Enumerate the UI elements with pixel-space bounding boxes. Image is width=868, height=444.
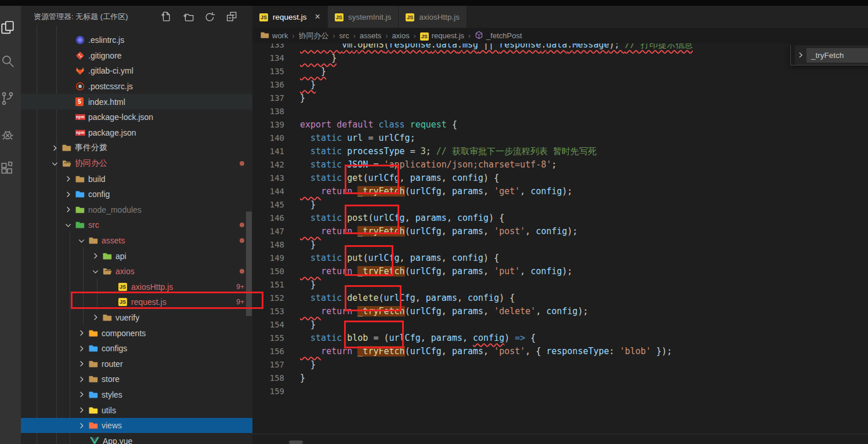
line-number: 156 <box>252 345 284 358</box>
folder-icon <box>75 220 88 230</box>
line-number: 159 <box>252 385 284 398</box>
chevron-right-icon[interactable] <box>77 374 89 384</box>
tab-systemInit.js[interactable]: JSsystemInit.js <box>328 6 399 28</box>
tree-item-styles[interactable]: styles <box>21 387 252 403</box>
code-line-content: static put(urlCfg, params, config) { <box>300 253 499 263</box>
tree-item-build[interactable]: build <box>21 171 252 187</box>
folder-icon <box>261 31 269 41</box>
code-line-content: static processType = 3; // 获取审批下一步流程列表 暂… <box>300 146 596 157</box>
js-icon: JS <box>118 282 131 292</box>
tree-item-.postcssrc.js[interactable]: .postcssrc.js <box>21 79 252 94</box>
tree-item-router[interactable]: router <box>21 356 252 372</box>
line-number: 157 <box>252 358 284 372</box>
search-icon[interactable] <box>0 53 15 68</box>
chevron-right-icon[interactable] <box>64 205 75 214</box>
folder-icon <box>89 359 102 369</box>
tree-item-App.vue[interactable]: App.vue <box>21 433 252 444</box>
chevron-right-icon[interactable] <box>77 344 89 353</box>
chevron-down-icon[interactable] <box>77 236 89 245</box>
chevron-right-icon[interactable] <box>77 329 89 338</box>
tree-item-axios[interactable]: axios <box>21 264 252 279</box>
code-editor[interactable]: 133 vm.openS(response.data.msg || respon… <box>252 43 868 434</box>
horizontal-scrollbar-thumb[interactable] <box>289 441 303 444</box>
chevron-right-icon[interactable] <box>77 421 89 430</box>
chevron-right-icon[interactable] <box>77 359 89 369</box>
npm-icon: npm <box>75 128 88 137</box>
chevron-right-icon[interactable] <box>91 313 103 322</box>
line-number: 141 <box>252 145 284 158</box>
code-line-140: 140 static url = urlCfg; <box>252 132 868 145</box>
code-line-159: 159 <box>252 385 868 398</box>
line-number: 133 <box>252 43 284 52</box>
breadcrumb-label: axios <box>392 31 409 40</box>
tab-axiosHttp.js[interactable]: JSaxiosHttp.js <box>399 6 467 28</box>
explorer-icon[interactable] <box>0 20 15 35</box>
tree-item-components[interactable]: components <box>21 325 252 341</box>
annotation-post-box <box>345 205 399 234</box>
tree-item-views[interactable]: views <box>21 418 252 434</box>
breadcrumb: work›协同办公›src›assets›axios›JSrequest.js›… <box>252 28 868 43</box>
code-line-137: 137} <box>252 92 868 105</box>
tree-item-config[interactable]: config <box>21 187 252 202</box>
chevron-down-icon[interactable] <box>64 220 75 230</box>
chevron-right-icon[interactable] <box>64 174 75 184</box>
new-file-button[interactable] <box>161 11 172 22</box>
chevron-right-icon[interactable] <box>77 406 89 415</box>
tree-item-事件分拨[interactable]: 事件分拨 <box>21 140 252 156</box>
find-widget-sash[interactable] <box>791 45 795 65</box>
tree-item-label: views <box>102 421 122 430</box>
breadcrumb-label: assets <box>360 31 382 40</box>
new-folder-button[interactable] <box>183 11 194 22</box>
sidebar-title: 资源管理器: 无标题 (工作区) <box>34 12 128 22</box>
code-line-content: } <box>300 53 337 63</box>
breadcrumb-item-src[interactable]: src <box>339 31 349 40</box>
chevron-down-icon[interactable] <box>91 267 103 276</box>
js-file-icon: JS <box>335 12 343 21</box>
chevron-right-icon[interactable] <box>77 390 89 399</box>
debug-icon[interactable] <box>0 127 15 142</box>
tree-item-api[interactable]: api <box>21 248 252 264</box>
tree-item-package-lock.json[interactable]: npmpackage-lock.json <box>21 110 252 125</box>
breadcrumb-item-work[interactable]: work <box>261 31 288 41</box>
code-line-139: 139export default class request { <box>252 118 868 132</box>
tree-item-vuerify[interactable]: vuerify <box>21 310 252 326</box>
tree-item-package.json[interactable]: npmpackage.json <box>21 125 252 141</box>
tree-item-label: router <box>102 359 123 369</box>
close-tab-icon[interactable]: × <box>315 12 320 21</box>
chevron-right-icon[interactable] <box>91 252 103 261</box>
breadcrumb-item-axios[interactable]: axios <box>392 31 409 40</box>
tree-item-label: api <box>115 252 126 261</box>
tree-item-.gitignore[interactable]: .gitignore <box>21 48 252 64</box>
chevron-right-icon[interactable] <box>50 143 62 152</box>
tree-item-utils[interactable]: utils <box>21 402 252 418</box>
postcss-icon <box>75 82 88 91</box>
breadcrumb-label: _fetchPost <box>486 31 522 40</box>
tree-item-configs[interactable]: configs <box>21 341 252 356</box>
chevron-down-icon[interactable] <box>50 159 62 168</box>
chevron-right-icon[interactable] <box>64 190 75 199</box>
code-line-content: return _tryFetch(urlCfg, params, 'put', … <box>300 266 573 276</box>
tree-item-.eslintrc.js[interactable]: .eslintrc.js <box>21 32 252 48</box>
folder-icon <box>103 313 115 322</box>
extensions-icon[interactable] <box>0 161 15 176</box>
breadcrumb-item-assets[interactable]: assets <box>360 31 382 40</box>
refresh-button[interactable] <box>204 11 215 22</box>
line-number: 158 <box>252 372 284 385</box>
tab-request.js[interactable]: JSrequest.js× <box>252 6 328 28</box>
tree-item-store[interactable]: store <box>21 372 252 387</box>
tree-item-assets[interactable]: assets <box>21 233 252 249</box>
code-line-134: 134 } <box>252 52 868 65</box>
source-control-icon[interactable] <box>0 91 15 106</box>
find-input[interactable]: _tryFetch <box>806 48 868 63</box>
tree-item-index.html[interactable]: 5index.html <box>21 94 252 110</box>
collapse-all-button[interactable] <box>226 11 237 22</box>
breadcrumb-item-协同办公[interactable]: 协同办公 <box>298 31 328 41</box>
breadcrumb-item-request.js[interactable]: JSrequest.js <box>420 31 464 41</box>
breadcrumb-item-_fetchPost[interactable]: _fetchPost <box>475 31 522 41</box>
tree-item-src[interactable]: src <box>21 217 252 233</box>
toggle-replace-chevron-icon[interactable] <box>795 45 806 65</box>
tree-item-.gitlab-ci.yml[interactable]: .gitlab-ci.yml <box>21 63 252 79</box>
modified-dot <box>240 264 244 279</box>
tree-item-node_modules[interactable]: node_modules <box>21 202 252 218</box>
tree-item-协同办公[interactable]: 协同办公 <box>21 156 252 172</box>
